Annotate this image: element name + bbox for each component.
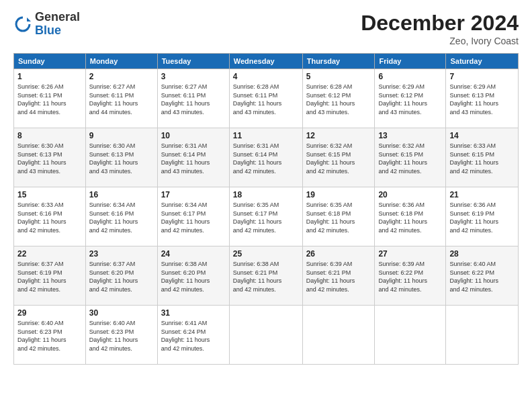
logo-icon — [13, 15, 32, 34]
day-number: 16 — [89, 190, 154, 199]
day-info: Sunrise: 6:33 AMSunset: 6:16 PMDaylight:… — [17, 201, 82, 234]
col-header-monday: Monday — [85, 54, 157, 69]
day-cell — [446, 306, 519, 365]
day-cell: 28 Sunrise: 6:40 AMSunset: 6:22 PMDaylig… — [446, 246, 519, 306]
day-number: 31 — [161, 308, 226, 318]
day-number: 26 — [306, 249, 371, 259]
col-header-friday: Friday — [375, 54, 446, 69]
day-info: Sunrise: 6:41 AMSunset: 6:24 PMDaylight:… — [161, 319, 226, 353]
day-number: 25 — [233, 249, 299, 259]
day-cell: 1 Sunrise: 6:26 AMSunset: 6:11 PMDayligh… — [14, 69, 86, 128]
day-cell — [302, 306, 375, 365]
header: General Blue December 2024 Zeo, Ivory Co… — [13, 11, 519, 46]
day-number: 24 — [161, 249, 226, 259]
logo-general: General — [35, 11, 80, 24]
day-number: 5 — [306, 72, 371, 81]
day-info: Sunrise: 6:35 AMSunset: 6:17 PMDaylight:… — [233, 201, 299, 234]
day-info: Sunrise: 6:33 AMSunset: 6:15 PMDaylight:… — [449, 142, 515, 175]
day-cell: 15 Sunrise: 6:33 AMSunset: 6:16 PMDaylig… — [14, 187, 86, 246]
day-number: 15 — [17, 190, 82, 199]
day-number: 2 — [89, 72, 154, 81]
day-number: 21 — [449, 190, 515, 199]
day-number: 13 — [378, 131, 442, 140]
day-info: Sunrise: 6:36 AMSunset: 6:19 PMDaylight:… — [449, 201, 515, 234]
day-cell: 22 Sunrise: 6:37 AMSunset: 6:19 PMDaylig… — [14, 246, 86, 306]
calendar-table: SundayMondayTuesdayWednesdayThursdayFrid… — [13, 53, 519, 365]
day-number: 4 — [233, 72, 299, 81]
day-number: 17 — [161, 190, 226, 199]
day-info: Sunrise: 6:26 AMSunset: 6:11 PMDaylight:… — [17, 83, 82, 116]
day-number: 30 — [89, 308, 154, 318]
day-cell: 19 Sunrise: 6:35 AMSunset: 6:18 PMDaylig… — [302, 187, 375, 246]
day-number: 1 — [17, 72, 82, 81]
day-cell: 8 Sunrise: 6:30 AMSunset: 6:13 PMDayligh… — [14, 128, 86, 187]
day-info: Sunrise: 6:40 AMSunset: 6:23 PMDaylight:… — [89, 319, 154, 353]
day-info: Sunrise: 6:34 AMSunset: 6:17 PMDaylight:… — [161, 201, 226, 234]
day-cell: 4 Sunrise: 6:28 AMSunset: 6:11 PMDayligh… — [229, 69, 302, 128]
day-info: Sunrise: 6:27 AMSunset: 6:11 PMDaylight:… — [161, 83, 226, 116]
day-number: 10 — [161, 131, 226, 140]
day-info: Sunrise: 6:29 AMSunset: 6:12 PMDaylight:… — [378, 83, 442, 116]
day-info: Sunrise: 6:31 AMSunset: 6:14 PMDaylight:… — [161, 142, 226, 175]
day-info: Sunrise: 6:40 AMSunset: 6:23 PMDaylight:… — [17, 319, 82, 353]
day-cell: 13 Sunrise: 6:32 AMSunset: 6:15 PMDaylig… — [375, 128, 446, 187]
day-number: 29 — [17, 308, 82, 318]
day-info: Sunrise: 6:29 AMSunset: 6:13 PMDaylight:… — [449, 83, 515, 116]
day-cell: 21 Sunrise: 6:36 AMSunset: 6:19 PMDaylig… — [446, 187, 519, 246]
col-header-sunday: Sunday — [14, 54, 86, 69]
logo-blue: Blue — [35, 24, 80, 38]
day-cell: 2 Sunrise: 6:27 AMSunset: 6:11 PMDayligh… — [85, 69, 157, 128]
day-info: Sunrise: 6:32 AMSunset: 6:15 PMDaylight:… — [378, 142, 442, 175]
day-cell: 20 Sunrise: 6:36 AMSunset: 6:18 PMDaylig… — [375, 187, 446, 246]
day-info: Sunrise: 6:30 AMSunset: 6:13 PMDaylight:… — [17, 142, 82, 175]
day-info: Sunrise: 6:38 AMSunset: 6:20 PMDaylight:… — [161, 260, 226, 293]
day-number: 20 — [378, 190, 442, 199]
day-cell: 14 Sunrise: 6:33 AMSunset: 6:15 PMDaylig… — [446, 128, 519, 187]
day-cell: 11 Sunrise: 6:31 AMSunset: 6:14 PMDaylig… — [229, 128, 302, 187]
day-info: Sunrise: 6:31 AMSunset: 6:14 PMDaylight:… — [233, 142, 299, 175]
day-number: 9 — [89, 131, 154, 140]
day-number: 3 — [161, 72, 226, 81]
day-info: Sunrise: 6:39 AMSunset: 6:21 PMDaylight:… — [306, 260, 371, 293]
day-info: Sunrise: 6:34 AMSunset: 6:16 PMDaylight:… — [89, 201, 154, 234]
day-number: 14 — [449, 131, 515, 140]
col-header-saturday: Saturday — [446, 54, 519, 69]
title-block: December 2024 Zeo, Ivory Coast — [361, 11, 519, 46]
day-cell: 9 Sunrise: 6:30 AMSunset: 6:13 PMDayligh… — [85, 128, 157, 187]
day-number: 11 — [233, 131, 299, 140]
col-header-thursday: Thursday — [302, 54, 375, 69]
page: General Blue December 2024 Zeo, Ivory Co… — [0, 0, 532, 411]
day-cell: 17 Sunrise: 6:34 AMSunset: 6:17 PMDaylig… — [157, 187, 229, 246]
day-number: 7 — [449, 72, 515, 81]
week-row-4: 22 Sunrise: 6:37 AMSunset: 6:19 PMDaylig… — [14, 246, 519, 306]
day-cell: 30 Sunrise: 6:40 AMSunset: 6:23 PMDaylig… — [85, 306, 157, 365]
day-cell: 29 Sunrise: 6:40 AMSunset: 6:23 PMDaylig… — [14, 306, 86, 365]
day-cell: 23 Sunrise: 6:37 AMSunset: 6:20 PMDaylig… — [85, 246, 157, 306]
day-cell: 5 Sunrise: 6:28 AMSunset: 6:12 PMDayligh… — [302, 69, 375, 128]
day-cell: 26 Sunrise: 6:39 AMSunset: 6:21 PMDaylig… — [302, 246, 375, 306]
day-cell: 18 Sunrise: 6:35 AMSunset: 6:17 PMDaylig… — [229, 187, 302, 246]
location: Zeo, Ivory Coast — [361, 36, 519, 46]
day-info: Sunrise: 6:37 AMSunset: 6:20 PMDaylight:… — [89, 260, 154, 293]
day-info: Sunrise: 6:28 AMSunset: 6:11 PMDaylight:… — [233, 83, 299, 116]
day-cell: 24 Sunrise: 6:38 AMSunset: 6:20 PMDaylig… — [157, 246, 229, 306]
day-info: Sunrise: 6:35 AMSunset: 6:18 PMDaylight:… — [306, 201, 371, 234]
day-cell: 25 Sunrise: 6:38 AMSunset: 6:21 PMDaylig… — [229, 246, 302, 306]
week-row-3: 15 Sunrise: 6:33 AMSunset: 6:16 PMDaylig… — [14, 187, 519, 246]
day-cell: 27 Sunrise: 6:39 AMSunset: 6:22 PMDaylig… — [375, 246, 446, 306]
day-info: Sunrise: 6:40 AMSunset: 6:22 PMDaylight:… — [449, 260, 515, 293]
day-number: 27 — [378, 249, 442, 259]
day-info: Sunrise: 6:30 AMSunset: 6:13 PMDaylight:… — [89, 142, 154, 175]
day-cell: 3 Sunrise: 6:27 AMSunset: 6:11 PMDayligh… — [157, 69, 229, 128]
day-info: Sunrise: 6:39 AMSunset: 6:22 PMDaylight:… — [378, 260, 442, 293]
day-cell: 16 Sunrise: 6:34 AMSunset: 6:16 PMDaylig… — [85, 187, 157, 246]
day-number: 19 — [306, 190, 371, 199]
logo: General Blue — [13, 11, 80, 38]
day-cell: 31 Sunrise: 6:41 AMSunset: 6:24 PMDaylig… — [157, 306, 229, 365]
day-number: 23 — [89, 249, 154, 259]
day-cell: 7 Sunrise: 6:29 AMSunset: 6:13 PMDayligh… — [446, 69, 519, 128]
day-cell: 10 Sunrise: 6:31 AMSunset: 6:14 PMDaylig… — [157, 128, 229, 187]
week-row-1: 1 Sunrise: 6:26 AMSunset: 6:11 PMDayligh… — [14, 69, 519, 128]
month-title: December 2024 — [361, 11, 519, 36]
day-info: Sunrise: 6:28 AMSunset: 6:12 PMDaylight:… — [306, 83, 371, 116]
